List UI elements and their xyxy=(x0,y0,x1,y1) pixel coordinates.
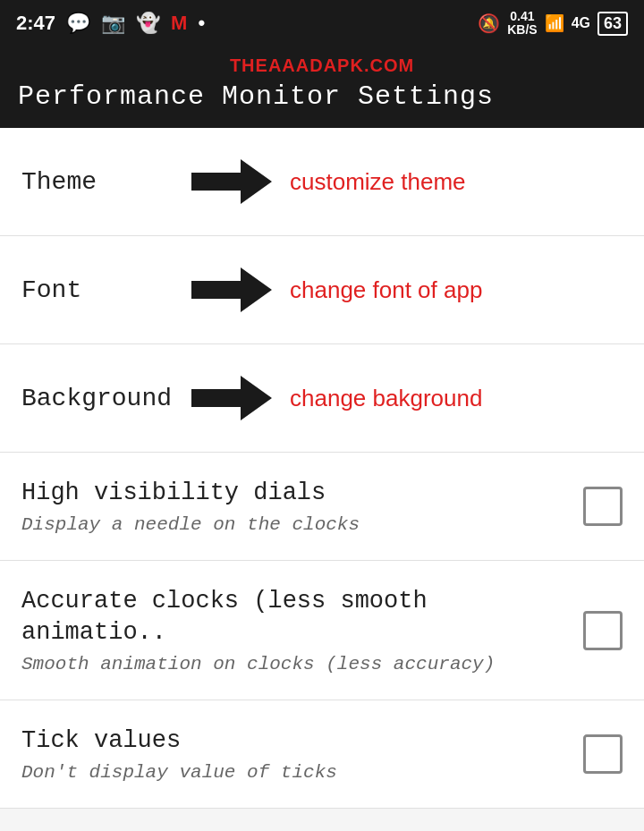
status-left: 2:47 💬 📷 👻 M • xyxy=(16,12,205,35)
status-right: 🔕 0.41KB/S 📶 4G 63 xyxy=(478,10,628,38)
svg-marker-1 xyxy=(191,267,272,312)
gmail-icon: M xyxy=(171,12,187,35)
network-speed: 0.41KB/S xyxy=(507,10,537,38)
status-bar: 2:47 💬 📷 👻 M • 🔕 0.41KB/S 📶 4G 63 xyxy=(0,0,644,47)
svg-marker-0 xyxy=(191,159,272,204)
tick-values-checkbox[interactable] xyxy=(583,734,623,774)
high-visibility-subtitle: Display a needle on the clocks xyxy=(21,514,569,535)
accurate-clocks-row[interactable]: Accurate clocks (less smooth animatio.. … xyxy=(0,561,644,700)
tick-values-subtitle: Don't display value of ticks xyxy=(21,762,569,783)
high-visibility-title: High visibility dials xyxy=(21,478,569,509)
accurate-clocks-checkbox[interactable] xyxy=(583,611,623,650)
background-setting-row[interactable]: Background change bakground xyxy=(0,344,644,453)
site-label: THEAAADAPK.COM xyxy=(18,55,626,76)
mute-icon: 🔕 xyxy=(478,13,500,34)
theme-setting-row[interactable]: Theme customize theme xyxy=(0,128,644,236)
theme-description: customize theme xyxy=(290,168,466,196)
title-bar: THEAAADAPK.COM Performance Monitor Setti… xyxy=(0,47,644,128)
dot-icon: • xyxy=(198,12,205,35)
instagram-icon: 📷 xyxy=(101,12,125,35)
tick-values-title: Tick values xyxy=(21,725,569,757)
background-label: Background xyxy=(21,385,182,412)
tick-values-row[interactable]: Tick values Don't display value of ticks xyxy=(0,700,644,809)
high-visibility-row[interactable]: High visibility dials Display a needle o… xyxy=(0,453,644,561)
svg-marker-2 xyxy=(191,376,272,420)
accurate-clocks-subtitle: Smooth animation on clocks (less accurac… xyxy=(21,654,569,674)
font-arrow-icon xyxy=(191,263,272,317)
battery-icon: 63 xyxy=(597,12,628,36)
whatsapp-icon: 💬 xyxy=(66,12,90,35)
font-setting-row[interactable]: Font change font of app xyxy=(0,236,644,344)
accurate-clocks-title: Accurate clocks (less smooth animatio.. xyxy=(21,586,569,649)
accurate-clocks-text: Accurate clocks (less smooth animatio.. … xyxy=(21,586,569,674)
snapchat-icon: 👻 xyxy=(136,12,160,35)
font-description: change font of app xyxy=(290,276,482,304)
signal-icon: 📶 xyxy=(545,13,564,33)
settings-list: Theme customize theme Font change font o… xyxy=(0,128,644,809)
network-type: 4G xyxy=(572,15,590,31)
font-label: Font xyxy=(21,276,182,304)
tick-values-text: Tick values Don't display value of ticks xyxy=(21,725,569,783)
status-time: 2:47 xyxy=(16,12,55,35)
theme-label: Theme xyxy=(21,168,182,196)
background-arrow-icon xyxy=(191,371,272,425)
high-visibility-text: High visibility dials Display a needle o… xyxy=(21,478,569,535)
high-visibility-checkbox[interactable] xyxy=(583,487,623,526)
theme-arrow-icon xyxy=(191,155,272,208)
app-title: Performance Monitor Settings xyxy=(18,81,626,112)
background-description: change bakground xyxy=(290,385,482,412)
